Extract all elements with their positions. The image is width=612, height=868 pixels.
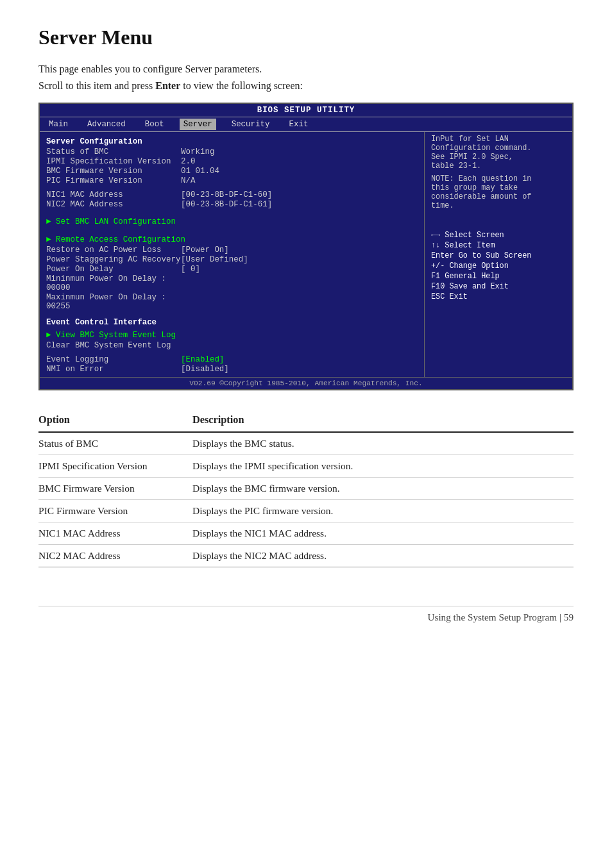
- bios-value-event-logging: [Enabled]: [181, 355, 224, 364]
- bios-sidebar-panel: InPut for Set LAN Configuration command.…: [425, 132, 572, 377]
- sidebar-line3: See IPMI 2.0 Spec,: [431, 153, 566, 162]
- table-header-row: Option Description: [38, 410, 574, 432]
- bios-submenu-bmc-lan[interactable]: ► Set BMC LAN Configuration: [46, 217, 418, 226]
- nav-main[interactable]: Main: [45, 119, 72, 130]
- nav-exit[interactable]: Exit: [285, 119, 312, 130]
- table-cell-desc-bmc-fw: Displays the BMC firmware version.: [192, 478, 574, 500]
- bios-nav-bar: Main Advanced Boot Server Security Exit: [40, 117, 572, 132]
- bios-value-staggering: [User Defined]: [181, 255, 248, 264]
- table-cell-desc-ipmi: Displays the IPMI specification version.: [192, 455, 574, 478]
- nav-security[interactable]: Security: [228, 119, 274, 130]
- bios-row-nmi: NMI on Error [Disabled]: [46, 365, 418, 374]
- sidebar-key-select-screen: ←→ Select Screen: [431, 231, 566, 240]
- bios-label-staggering: Power Staggering AC Recovery: [46, 255, 181, 264]
- bios-label-power-delay: Power On Delay: [46, 265, 181, 274]
- bios-row-pic-fw: PIC Firmware Version N/A: [46, 176, 418, 185]
- table-col2-header: Description: [192, 410, 574, 432]
- bios-label-bmc-fw: BMC Firmware Version: [46, 167, 181, 176]
- bios-clear-log[interactable]: Clear BMC System Event Log: [46, 341, 418, 350]
- bios-value-bmc-fw: 01 01.04: [181, 167, 219, 176]
- bios-main-panel: Server Configuration Status of BMC Worki…: [40, 132, 425, 377]
- sidebar-key-help: F1 General Help: [431, 272, 566, 281]
- table-row: Status of BMC Displays the BMC status.: [38, 432, 574, 455]
- sidebar-key-select-item: ↑↓ Select Item: [431, 241, 566, 250]
- bios-value-restore: [Power On]: [181, 246, 229, 255]
- page-title: Server Menu: [38, 26, 574, 49]
- table-cell-option-bmc-fw: BMC Firmware Version: [38, 478, 192, 500]
- bios-row-min-delay: Mininmun Power On Delay : 00000: [46, 274, 418, 292]
- table-cell-desc-nic1: Displays the NIC1 MAC address.: [192, 522, 574, 545]
- sidebar-key-sub-screen: Enter Go to Sub Screen: [431, 251, 566, 260]
- sidebar-note1: NOTE: Each question in: [431, 174, 566, 183]
- intro-line2-prefix: Scroll to: [38, 80, 76, 91]
- bios-row-power-delay: Power On Delay [ 0]: [46, 265, 418, 274]
- bios-label-ipmi: IPMI Specification Version: [46, 157, 181, 166]
- bios-label-status: Status of BMC: [46, 147, 181, 156]
- table-cell-desc-status: Displays the BMC status.: [192, 432, 574, 455]
- bios-row-restore: Restore on AC Power Loss [Power On]: [46, 246, 418, 255]
- table-cell-option-nic1: NIC1 MAC Address: [38, 522, 192, 545]
- bios-value-nmi: [Disabled]: [181, 365, 229, 374]
- bios-label-nmi: NMI on Error: [46, 365, 181, 374]
- bios-row-max-delay: Maxinmun Power On Delay : 00255: [46, 293, 418, 311]
- bios-submenu-remote-access[interactable]: ► Remote Access Configuration: [46, 235, 418, 244]
- table-row: NIC1 MAC Address Displays the NIC1 MAC a…: [38, 522, 574, 545]
- sidebar-line1: InPut for Set LAN: [431, 135, 566, 144]
- intro-middle: item and press: [91, 80, 155, 91]
- bios-setup-box: BIOS SETUP UTILITY Main Advanced Boot Se…: [38, 103, 574, 390]
- bios-footer: V02.69 ©Copyright 1985-2010, American Me…: [40, 377, 572, 389]
- table-row: NIC2 MAC Address Displays the NIC2 MAC a…: [38, 545, 574, 567]
- bios-label-event-logging: Event Logging: [46, 355, 181, 364]
- table-row: IPMI Specification Version Displays the …: [38, 455, 574, 478]
- bios-section-header: Server Configuration: [46, 137, 418, 146]
- intro-this: this: [76, 80, 91, 91]
- table-cell-desc-pic-fw: Displays the PIC firmware version.: [192, 500, 574, 522]
- bios-row-status: Status of BMC Working: [46, 147, 418, 156]
- bios-value-ipmi: 2.0: [181, 157, 195, 166]
- sidebar-key-esc-exit: ESC Exit: [431, 292, 566, 301]
- bios-value-status: Working: [181, 147, 214, 156]
- bios-event-control-label: Event Control Interface: [46, 318, 418, 327]
- bios-row-event-logging: Event Logging [Enabled]: [46, 355, 418, 364]
- sidebar-line4: table 23-1.: [431, 162, 566, 171]
- sidebar-line2: Configuration command.: [431, 144, 566, 153]
- sidebar-key-save-exit: F10 Save and Exit: [431, 282, 566, 291]
- bios-label-min-delay: Mininmun Power On Delay : 00000: [46, 274, 181, 292]
- options-description-table: Option Description Status of BMC Display…: [38, 410, 574, 567]
- nav-advanced[interactable]: Advanced: [83, 119, 130, 130]
- bios-row-nic1: NIC1 MAC Address [00-23-8B-DF-C1-60]: [46, 190, 418, 199]
- table-row: BMC Firmware Version Displays the BMC fi…: [38, 478, 574, 500]
- bios-clear-log-label: Clear BMC System Event Log: [46, 341, 171, 350]
- sidebar-note2: this group may take: [431, 183, 566, 192]
- table-cell-option-status: Status of BMC: [38, 432, 192, 455]
- bios-value-pic-fw: N/A: [181, 176, 195, 185]
- intro-paragraph: This page enables you to configure Serve…: [38, 61, 574, 94]
- bios-label-pic-fw: PIC Firmware Version: [46, 176, 181, 185]
- page-footer: Using the System Setup Program | 59: [38, 606, 574, 623]
- table-cell-option-pic-fw: PIC Firmware Version: [38, 500, 192, 522]
- bios-row-ipmi: IPMI Specification Version 2.0: [46, 157, 418, 166]
- bios-label-max-delay: Maxinmun Power On Delay : 00255: [46, 293, 181, 311]
- table-cell-desc-nic2: Displays the NIC2 MAC address.: [192, 545, 574, 567]
- bios-submenu-view-log[interactable]: ► View BMC System Event Log: [46, 331, 418, 340]
- intro-suffix: to view the following screen:: [180, 80, 303, 91]
- sidebar-note4: time.: [431, 201, 566, 210]
- sidebar-note3: considerable amount of: [431, 192, 566, 201]
- table-row: PIC Firmware Version Displays the PIC fi…: [38, 500, 574, 522]
- bios-row-nic2: NIC2 MAC Address [00-23-8B-DF-C1-61]: [46, 200, 418, 209]
- bios-label-nic1: NIC1 MAC Address: [46, 190, 181, 199]
- table-cell-option-ipmi: IPMI Specification Version: [38, 455, 192, 478]
- bios-value-nic2: [00-23-8B-DF-C1-61]: [181, 200, 272, 209]
- bios-value-power-delay: [ 0]: [181, 265, 200, 274]
- sidebar-key-change-option: +/- Change Option: [431, 262, 566, 271]
- intro-enter: Enter: [155, 80, 180, 91]
- bios-value-nic1: [00-23-8B-DF-C1-60]: [181, 190, 272, 199]
- nav-server[interactable]: Server: [180, 119, 216, 130]
- bios-row-bmc-fw: BMC Firmware Version 01 01.04: [46, 167, 418, 176]
- bios-label-nic2: NIC2 MAC Address: [46, 200, 181, 209]
- bios-row-staggering: Power Staggering AC Recovery [User Defin…: [46, 255, 418, 264]
- nav-boot[interactable]: Boot: [141, 119, 168, 130]
- bios-label-restore: Restore on AC Power Loss: [46, 246, 181, 255]
- bios-title: BIOS SETUP UTILITY: [40, 104, 572, 117]
- table-col1-header: Option: [38, 410, 192, 432]
